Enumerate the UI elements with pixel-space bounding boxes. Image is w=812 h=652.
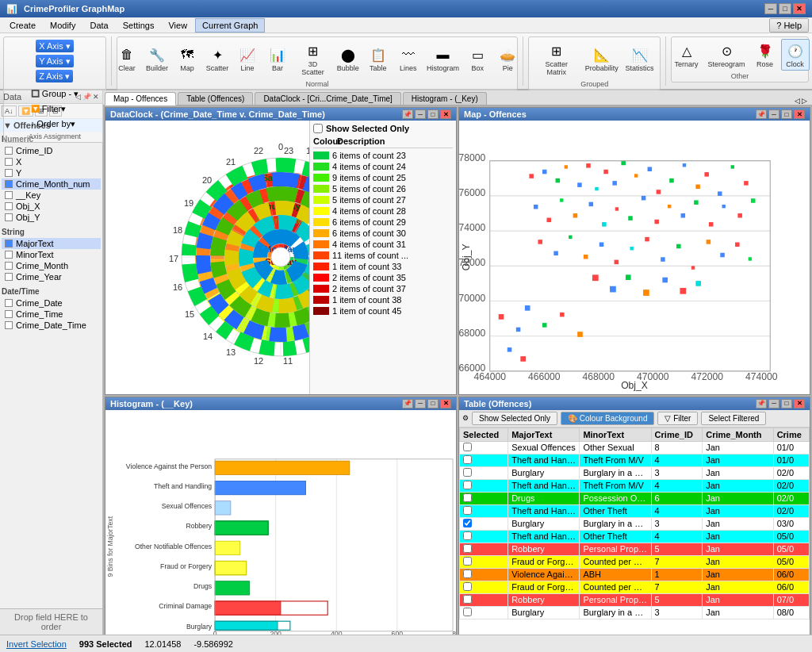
box-btn[interactable]: ▭ Box [463,43,492,75]
table-row[interactable]: Sexual Offences Other Sexual 8 Jan 01/0 [460,441,810,454]
table-pin-btn[interactable]: 📌 [756,399,767,408]
row-cb-10[interactable] [463,557,472,566]
bar-btn[interactable]: 📊 Bar [263,43,292,75]
col-crime-month[interactable]: Crime_Month [703,428,773,441]
help-btn[interactable]: ? Help [769,18,809,33]
field-key[interactable]: __Key [2,190,101,201]
tab-histogram[interactable]: Histogram - (_Key) [403,92,487,105]
tab-next[interactable]: ▷ [802,97,807,105]
table-row[interactable]: Fraud or Forgery Counted per Victim 7 Ja… [460,581,810,593]
pie-btn[interactable]: 🥧 Pie [493,43,522,75]
map-max-btn[interactable]: □ [781,109,792,119]
colour-bg-btn[interactable]: 🎨 Colour Background [561,412,654,425]
probability-btn[interactable]: 📐 Probability [582,43,621,75]
field-obj-x-cb[interactable] [5,202,13,210]
col-crime-id[interactable]: Crime_ID [651,428,703,441]
field-crime-id[interactable]: Crime_ID [2,145,101,156]
col-major[interactable]: MajorText [508,428,580,441]
hist-max-btn[interactable]: □ [427,399,439,408]
bubble-btn[interactable]: ⬤ Bubble [334,43,362,75]
tab-table[interactable]: Table (Offences) [178,92,253,105]
tab-prev[interactable]: ◁ [795,97,800,105]
table-row[interactable]: Burglary Burglary in a Dwe... 3 Jan 03/0 [460,517,810,530]
maximize-btn[interactable]: □ [779,3,791,14]
field-major-text[interactable]: MajorText [2,238,101,249]
table-row[interactable]: Theft and Handling Theft From M/V 4 Jan … [460,454,810,466]
col-crime[interactable]: Crime [773,428,809,441]
filter-table-btn[interactable]: ▽ Filter [657,412,698,425]
z-axis-btn[interactable]: Z Axis ▾ [30,69,79,83]
hist-pin-btn[interactable]: 📌 [402,399,413,408]
field-crime-year-cb[interactable] [5,273,13,281]
col-selected[interactable]: Selected [460,428,508,441]
map-window-controls[interactable]: 📌 ─ □ ✕ [756,109,805,119]
scatter-matrix-btn[interactable]: ⊞ Scatter Matrix [532,39,580,79]
table-window-controls[interactable]: 📌 ─ □ ✕ [756,399,805,408]
row-cb-12[interactable] [463,582,472,591]
clock-pin-btn[interactable]: 📌 [402,109,413,119]
table-settings-icon[interactable]: ⚙ [462,414,469,422]
menu-modify[interactable]: Modify [44,19,82,32]
field-y-cb[interactable] [5,169,13,177]
clock-max-btn[interactable]: □ [427,109,439,119]
clock-btn[interactable]: 🕐 Clock [781,39,810,71]
field-major-text-cb[interactable] [5,240,13,247]
table-btn[interactable]: 📋 Table [364,43,393,75]
clock-close-btn[interactable]: ✕ [440,109,451,119]
histogram-window-controls[interactable]: 📌 ─ □ ✕ [402,399,451,408]
field-crime-month-num-cb[interactable] [5,180,13,188]
table-row[interactable]: Fraud or Forgery Counted per Victim 7 Ja… [460,555,810,568]
map-pin-btn[interactable]: 📌 [756,109,767,119]
table-row[interactable]: Burglary Burglary in a Dwe... 3 Jan 02/0 [460,466,810,479]
hist-min-btn[interactable]: ─ [415,399,426,408]
field-x-cb[interactable] [5,158,13,166]
row-cb-9[interactable] [463,544,472,553]
field-obj-x[interactable]: Obj_X [2,201,101,212]
scatter-btn[interactable]: ✦ Scatter [203,43,232,75]
field-crime-date-time-cb[interactable] [5,321,13,329]
table-row[interactable]: Burglary Burglary in a Dwe... 3 Jan 08/0 [460,606,810,619]
tab-dataclock[interactable]: DataClock - [Cri...Crime_Date_Time] [255,92,400,105]
rose-btn[interactable]: 🌹 Rose [751,39,779,71]
col-minor[interactable]: MinorText [580,428,651,441]
field-crime-time[interactable]: Crime_Time [2,309,101,320]
field-obj-y-cb[interactable] [5,213,13,221]
builder-btn[interactable]: 🔧 Builder [143,43,171,75]
field-crime-year[interactable]: Crime_Year [2,271,101,282]
lines-btn[interactable]: 〰 Lines [394,43,423,75]
close-btn[interactable]: ✕ [793,3,806,14]
row-cb-13[interactable] [463,595,472,604]
show-selected-btn[interactable]: Show Selected Only [472,412,557,425]
table-row[interactable]: Drugs Possession Of Dr... 6 Jan 02/0 [460,492,810,504]
field-y[interactable]: Y [2,167,101,178]
clear-btn[interactable]: 🗑 Clear [113,43,141,75]
histogram-btn[interactable]: ▬ Histogram [424,43,462,75]
field-x[interactable]: X [2,156,101,167]
filter-btn[interactable]: 🔽 Filter▾ [25,102,71,116]
field-crime-time-cb[interactable] [5,310,13,318]
map-close-btn[interactable]: ✕ [794,109,805,119]
group-btn[interactable]: 🔲 Group - ▾ [25,86,84,101]
row-cb-14[interactable] [463,608,472,616]
field-minor-text[interactable]: MinorText [2,249,101,260]
show-selected-cb[interactable] [313,124,323,133]
stereogram-btn[interactable]: ⊙ Stereogram [704,39,749,71]
tab-map[interactable]: Map - Offences [105,92,176,105]
field-key-cb[interactable] [5,191,13,199]
row-cb-1[interactable] [463,443,472,451]
field-minor-text-cb[interactable] [5,251,13,259]
field-crime-date[interactable]: Crime_Date [2,297,101,309]
hist-close-btn[interactable]: ✕ [440,399,451,408]
menu-create[interactable]: Create [3,19,42,32]
field-crime-month-cb[interactable] [5,262,13,270]
field-crime-month[interactable]: Crime_Month [2,260,101,271]
field-crime-date-time[interactable]: Crime_Date_Time [2,320,101,331]
minimize-btn[interactable]: ─ [764,3,777,14]
table-row[interactable]: Theft and Handling Other Theft 4 Jan 02/… [460,504,810,517]
menu-settings[interactable]: Settings [117,19,161,32]
map-min-btn[interactable]: ─ [768,109,779,119]
row-cb-11[interactable] [463,570,472,578]
row-cb-2[interactable] [463,455,472,464]
line-btn[interactable]: 📈 Line [233,43,262,75]
row-cb-4[interactable] [463,481,472,489]
